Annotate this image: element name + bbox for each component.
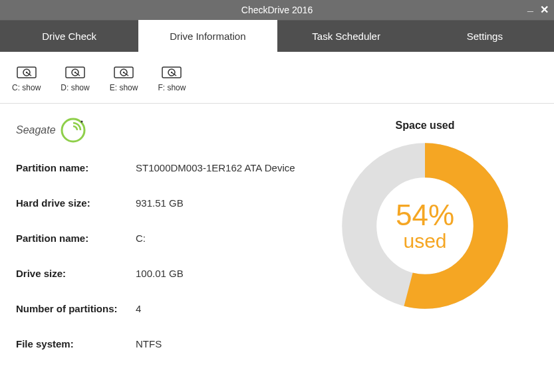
drive-bar: C: show D: show E: show F: show: [0, 52, 554, 104]
hdd-icon: [65, 63, 85, 79]
info-row-partition-letter: Partition name: C:: [16, 233, 312, 244]
tab-label: Drive Check: [42, 31, 96, 42]
titlebar-controls: _ ✕: [527, 0, 549, 20]
svg-point-17: [80, 121, 82, 123]
tab-label: Settings: [467, 31, 503, 42]
info-label: Partition name:: [16, 162, 136, 173]
brand: Seagate: [16, 117, 312, 144]
tabs: Drive Check Drive Information Task Sched…: [0, 20, 554, 52]
tab-label: Drive Information: [170, 31, 245, 42]
chart-column: Space used 54% used: [312, 117, 538, 392]
tab-label: Task Scheduler: [312, 31, 380, 42]
info-column: Seagate Partition name: ST1000DM003-1ER1…: [16, 117, 312, 392]
brand-name: Seagate: [16, 124, 56, 136]
seagate-logo-icon: [60, 117, 86, 144]
info-value: 100.01 GB: [136, 268, 184, 279]
tab-drive-information[interactable]: Drive Information: [138, 20, 277, 52]
drive-c[interactable]: C: show: [12, 63, 41, 92]
donut-chart: 54% used: [339, 140, 511, 312]
drive-d[interactable]: D: show: [61, 63, 89, 92]
drive-e[interactable]: E: show: [110, 63, 138, 92]
info-value: 931.51 GB: [136, 197, 184, 209]
window-title: CheckDrive 2016: [241, 5, 313, 15]
drive-label: F: show: [158, 83, 186, 92]
chart-title: Space used: [396, 120, 455, 132]
info-label: Partition name:: [16, 233, 136, 244]
info-label: Hard drive size:: [16, 197, 136, 209]
close-icon[interactable]: ✕: [540, 5, 549, 15]
tab-task-scheduler[interactable]: Task Scheduler: [277, 20, 416, 52]
hdd-icon: [114, 63, 134, 79]
drive-label: D: show: [61, 83, 89, 92]
donut-used-label: used: [403, 230, 446, 252]
info-value: C:: [136, 233, 146, 244]
info-value: NTFS: [136, 338, 162, 349]
info-value: 4: [136, 303, 141, 314]
info-row-drive-size: Drive size: 100.01 GB: [16, 268, 312, 279]
hdd-icon: [162, 63, 182, 79]
info-row-file-system: File system: NTFS: [16, 338, 312, 349]
info-row-num-partitions: Number of partitions: 4: [16, 303, 312, 314]
donut-percent: 54%: [396, 201, 454, 230]
info-label: Drive size:: [16, 268, 136, 279]
info-row-hdd-size: Hard drive size: 931.51 GB: [16, 197, 312, 209]
titlebar: CheckDrive 2016 _ ✕: [0, 0, 554, 20]
info-row-model: Partition name: ST1000DM003-1ER162 ATA D…: [16, 162, 312, 173]
info-label: File system:: [16, 338, 136, 349]
donut-text: 54% used: [339, 140, 511, 312]
drive-f[interactable]: F: show: [158, 63, 186, 92]
info-value: ST1000DM003-1ER162 ATA Device: [136, 162, 295, 173]
drive-label: C: show: [12, 83, 41, 92]
hdd-icon: [17, 63, 37, 79]
tab-drive-check[interactable]: Drive Check: [0, 20, 138, 52]
minimize-icon[interactable]: _: [527, 2, 533, 13]
info-label: Number of partitions:: [16, 303, 136, 314]
drive-label: E: show: [110, 83, 138, 92]
tab-settings[interactable]: Settings: [416, 20, 554, 52]
content: Seagate Partition name: ST1000DM003-1ER1…: [0, 104, 554, 392]
